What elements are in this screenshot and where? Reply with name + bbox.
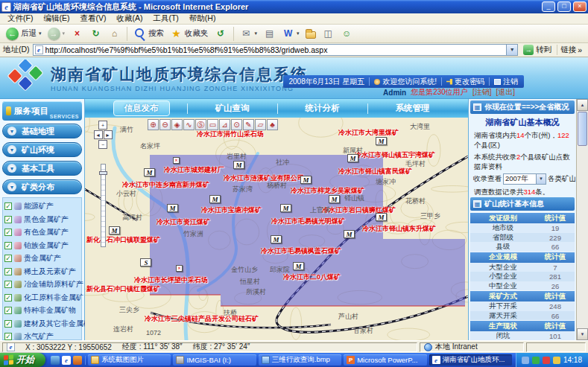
search-button[interactable]: 搜索 (130, 25, 167, 42)
mine-marker[interactable]: M (293, 262, 304, 270)
mine-marker[interactable]: × (173, 157, 180, 164)
vertical-scrollbar[interactable]: ▲ ▼ (576, 99, 588, 340)
mine-marker[interactable]: M (109, 226, 120, 234)
home-button[interactable]: ⌂ (105, 25, 124, 42)
map-canvas[interactable]: + ◄ ► − ⊕⊖◈∿Ⓢ▭⊿⊙✎▱♣ 冷水江市大湾里煤矿冷水江市涓竹山采石场冷… (85, 118, 468, 340)
minimize-button[interactable]: _ (542, 1, 555, 12)
menu-item-1[interactable]: 编辑(E) (38, 13, 75, 24)
checkbox-checked-icon[interactable]: ✓ (4, 268, 12, 275)
legend-tool[interactable]: ♣ (267, 119, 278, 130)
mine-marker[interactable]: M (209, 195, 221, 203)
taskbar-task-3[interactable]: PMicrosoft PowerP... (344, 354, 426, 366)
mineral-layer-7[interactable]: ✓化工原料非金属矿 (4, 293, 80, 303)
favorites-button[interactable]: ★收藏夹 (167, 25, 212, 42)
sidebar-button-0[interactable]: ▼基础地理 (2, 124, 82, 138)
admin-logout-link[interactable]: [注销] (472, 87, 492, 98)
mineral-layer-6[interactable]: ✓冶金辅助原料矿产 (4, 279, 80, 290)
mine-marker[interactable]: M (167, 204, 178, 212)
mine-marker[interactable]: M (376, 137, 387, 145)
mineral-layer-0[interactable]: ✓能源矿产 (4, 201, 80, 211)
checkbox-checked-icon[interactable]: ✓ (4, 242, 12, 249)
folder-button[interactable] (303, 25, 319, 42)
taskbar-task-1[interactable]: IMGIS-BAI (I:) (173, 354, 256, 366)
display-icon[interactable] (553, 357, 560, 364)
start-button[interactable]: 开始 (0, 353, 45, 367)
messenger-button[interactable]: ☺ (338, 25, 356, 42)
edit-button[interactable]: W▾ (279, 25, 303, 42)
menu-item-0[interactable]: 文件(F) (2, 13, 38, 24)
pan-left-button[interactable]: ◄ (94, 130, 103, 139)
select-arrow-icon[interactable]: ▼ (536, 174, 546, 184)
year-select[interactable]: 2007年 ▼ (503, 173, 546, 185)
taskbar-task-0[interactable]: 系统截图图片 (88, 354, 171, 366)
select-arrow-tool[interactable]: ⊿ (219, 119, 230, 130)
mineral-layer-1[interactable]: ✓黑色金属矿产 (4, 214, 80, 225)
mine-marker[interactable]: × (176, 265, 183, 272)
checkbox-checked-icon[interactable]: ✓ (4, 216, 12, 223)
checkbox-checked-icon[interactable]: ✓ (4, 307, 12, 314)
mineral-layer-2[interactable]: ✓有色金属矿产 (4, 227, 80, 237)
mineral-layer-4[interactable]: ✓贵金属矿产 (4, 253, 80, 264)
checkbox-checked-icon[interactable]: ✓ (4, 320, 12, 328)
network-icon[interactable] (522, 357, 529, 364)
menu-item-2[interactable]: 查看(V) (75, 13, 111, 24)
stop-button[interactable]: × (68, 25, 86, 42)
scroll-up-button[interactable]: ▲ (577, 99, 588, 111)
mine-marker[interactable]: M (376, 213, 387, 221)
ie-icon[interactable]: e (62, 356, 71, 365)
sidebar-button-1[interactable]: ▼矿山环境 (2, 142, 82, 157)
zoom-in-button[interactable]: + (98, 121, 107, 130)
taskbar-task-4[interactable]: e湖南省矿山地质环... (429, 354, 512, 366)
zoom-out-button[interactable]: − (98, 140, 107, 149)
desktop-icon[interactable] (51, 356, 60, 365)
menu-item-3[interactable]: 收藏(A) (111, 13, 148, 24)
history-button[interactable]: ↺ (212, 25, 230, 42)
zoom-out-tool[interactable]: ⊖ (159, 119, 171, 130)
print-button[interactable]: ▤ (260, 25, 279, 42)
shield-icon[interactable] (532, 357, 540, 364)
address-dropdown-icon[interactable]: ▼ (506, 45, 517, 55)
close-button[interactable]: × (573, 1, 587, 12)
checkbox-checked-icon[interactable]: ✓ (4, 333, 12, 340)
sidebar-button-2[interactable]: ▼基本工具 (2, 161, 82, 176)
mineral-layer-5[interactable]: ✓稀土及元素矿产 (4, 267, 80, 277)
change-password-link[interactable]: 更改密码 (446, 77, 484, 87)
pan-right-button[interactable]: ► (104, 130, 113, 139)
mine-marker[interactable]: M (347, 154, 358, 162)
menu-item-5[interactable]: 帮助(H) (184, 13, 221, 24)
zoom-slider[interactable] (101, 164, 106, 247)
mineral-layer-3[interactable]: ✓铂族金属矿产 (4, 240, 80, 251)
refresh-button[interactable]: ↻ (86, 25, 105, 42)
discuss-button[interactable]: ◫ (319, 25, 338, 42)
checkbox-checked-icon[interactable]: ✓ (4, 255, 12, 262)
mine-marker[interactable]: S (140, 258, 151, 267)
stop-tool[interactable]: Ⓢ (195, 119, 206, 130)
admin-exit-link[interactable]: [退出] (496, 87, 515, 98)
scroll-thumb[interactable] (578, 112, 587, 146)
links-menu[interactable]: 链接» (557, 45, 585, 55)
mail-button[interactable]: ✉▾ (237, 25, 261, 42)
mine-marker[interactable]: M (233, 161, 244, 169)
volume-icon[interactable] (543, 357, 550, 364)
select-rect-tool[interactable]: ▭ (207, 119, 218, 130)
mine-marker[interactable]: M (300, 176, 312, 184)
checkbox-checked-icon[interactable]: ✓ (4, 202, 12, 210)
go-button[interactable]: → 转到 (521, 45, 554, 55)
checkbox-checked-icon[interactable]: ✓ (4, 294, 12, 301)
logout-link[interactable]: 注销 (494, 77, 518, 87)
tab-0[interactable]: 信息发布 (113, 100, 170, 116)
eraser-tool[interactable]: ▱ (255, 119, 266, 130)
draw-tool[interactable]: ✎ (243, 119, 254, 130)
mine-marker[interactable]: M (280, 204, 291, 212)
measure-tool[interactable]: ∿ (183, 119, 195, 130)
maximize-button[interactable]: □ (557, 1, 571, 12)
checkbox-checked-icon[interactable]: ✓ (4, 229, 12, 236)
mine-marker[interactable]: M (344, 230, 355, 238)
identify-tool[interactable]: ⊙ (231, 119, 242, 130)
mineral-layer-9[interactable]: ✓建材及其它非金属矿物 (4, 319, 80, 329)
pan-tool[interactable]: ◈ (171, 119, 183, 130)
checkbox-checked-icon[interactable]: ✓ (4, 281, 12, 288)
scroll-down-button[interactable]: ▼ (577, 328, 588, 340)
zoom-slider-thumb[interactable] (99, 171, 107, 175)
zoom-in-tool[interactable]: ⊕ (148, 119, 159, 130)
